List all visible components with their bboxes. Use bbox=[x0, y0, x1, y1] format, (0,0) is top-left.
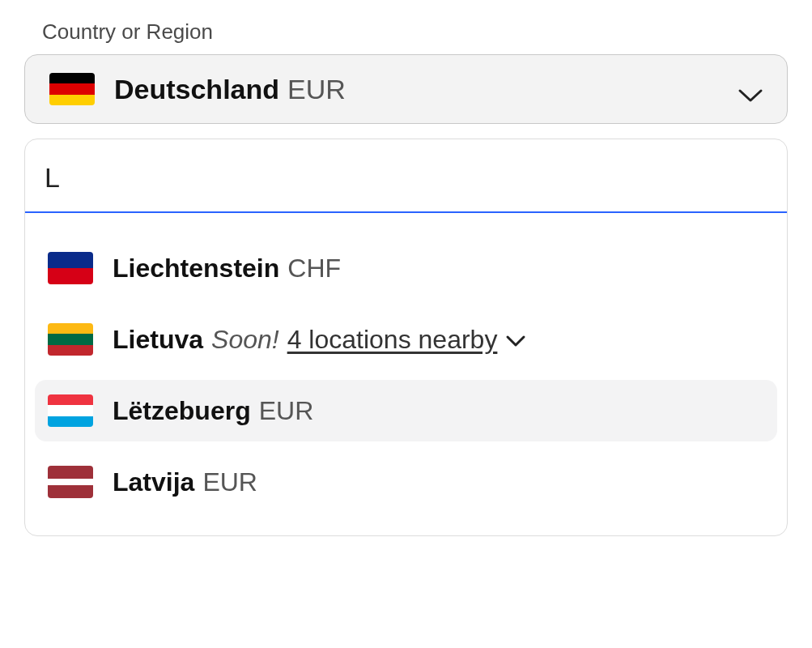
chevron-down-icon[interactable] bbox=[505, 334, 526, 348]
option-currency: CHF bbox=[287, 254, 341, 284]
option-name: Lëtzebuerg bbox=[113, 396, 251, 426]
option-lietuva[interactable]: Lietuva Soon! 4 locations nearby bbox=[35, 309, 777, 370]
chevron-down-icon bbox=[737, 86, 764, 105]
option-nearby-link[interactable]: 4 locations nearby bbox=[287, 325, 498, 355]
options-list: Liechtenstein CHF Lietuva Soon! 4 locati… bbox=[25, 213, 787, 513]
flag-icon-latvia bbox=[48, 466, 93, 498]
country-select[interactable]: Deutschland EUR bbox=[24, 54, 788, 124]
option-text: Lëtzebuerg EUR bbox=[113, 396, 313, 426]
option-currency: EUR bbox=[202, 467, 257, 497]
option-text: Liechtenstein CHF bbox=[113, 254, 341, 284]
option-text: Lietuva Soon! 4 locations nearby bbox=[113, 325, 526, 355]
selected-value: Deutschland EUR bbox=[114, 75, 346, 103]
option-currency: EUR bbox=[259, 396, 314, 426]
option-liechtenstein[interactable]: Liechtenstein CHF bbox=[35, 237, 777, 299]
country-dropdown: Liechtenstein CHF Lietuva Soon! 4 locati… bbox=[24, 139, 788, 536]
flag-icon-liechtenstein bbox=[48, 252, 93, 284]
option-name: Latvija bbox=[113, 467, 194, 497]
option-text: Latvija EUR bbox=[113, 467, 257, 497]
option-letzebuerg[interactable]: Lëtzebuerg EUR bbox=[35, 380, 777, 441]
option-name: Liechtenstein bbox=[113, 254, 279, 284]
flag-icon-luxembourg bbox=[48, 394, 93, 427]
option-latvija[interactable]: Latvija EUR bbox=[35, 451, 777, 513]
flag-icon-germany bbox=[49, 73, 95, 105]
selected-country-name: Deutschland bbox=[114, 75, 279, 103]
option-badge: Soon! bbox=[211, 325, 279, 355]
option-name: Lietuva bbox=[113, 325, 203, 355]
country-search-input[interactable] bbox=[25, 139, 787, 213]
selected-currency: EUR bbox=[287, 75, 346, 103]
flag-icon-lithuania bbox=[48, 323, 93, 356]
field-label: Country or Region bbox=[42, 19, 788, 45]
